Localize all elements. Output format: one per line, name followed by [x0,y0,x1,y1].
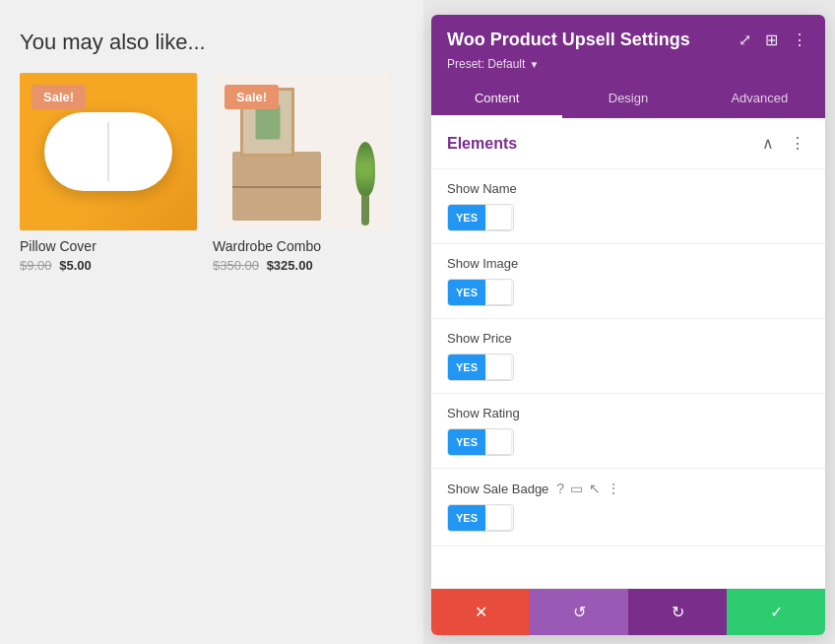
section-more-icon[interactable]: ⋮ [786,132,809,155]
toggle-label-row-price: Show Price [447,331,809,346]
toggle-label-row-image: Show Image [447,256,809,271]
more-icon[interactable]: ⋮ [607,481,620,496]
tab-advanced[interactable]: Advanced [694,81,825,118]
tab-content[interactable]: Content [431,81,562,118]
elements-section-label: Elements [447,135,517,153]
panel-title: Woo Product Upsell Settings [447,30,690,50]
product-area: You may also like... Sale! Pillow Cover … [0,0,423,644]
toggle-row-price: Show Price YES [431,319,825,394]
panel-preset[interactable]: Preset: Default ▼ [447,57,809,71]
expand-icon[interactable]: ⤢ [737,29,753,51]
toggle-label-row-name: Show Name [447,181,809,196]
product-image-wrap-pillow: Sale! [20,73,197,230]
toggle-label-rating: Show Rating [447,406,520,420]
preset-chevron-icon: ▼ [529,59,539,70]
elements-section-header: Elements ∧ ⋮ [431,118,825,169]
toggle-thumb-name [487,206,511,229]
panel-title-icons: ⤢ ⊞ ⋮ [737,29,809,51]
product-name-pillow: Pillow Cover [20,238,197,254]
toggle-row-image: Show Image YES [431,244,825,319]
product-price-pillow: $9.00 $5.00 [20,258,197,273]
toggle-label-price: Show Price [447,331,512,346]
toggle-label-row-rating: Show Rating [447,406,809,420]
cancel-button[interactable]: ✕ [431,589,530,635]
tab-design[interactable]: Design [562,81,693,118]
toggle-row-sale-badge: Show Sale Badge ? ▭ ↖ ⋮ YES [431,469,825,547]
toggle-icons-sale-badge: ? ▭ ↖ ⋮ [556,481,620,496]
settings-panel: Woo Product Upsell Settings ⤢ ⊞ ⋮ Preset… [431,15,825,635]
toggle-thumb-image [487,281,511,304]
toggle-row-rating: Show Rating YES [431,394,825,469]
collapse-section-icon[interactable]: ∧ [758,132,778,155]
toggle-yes-name: YES [448,205,485,230]
dresser [232,152,321,221]
sale-badge-wardrobe: Sale! [225,85,279,109]
panel-footer: ✕ ↺ ↻ ✓ [431,588,825,635]
toggle-label-image: Show Image [447,256,518,271]
toggle-thumb-sale-badge [487,506,511,530]
toggle-yes-image: YES [448,280,485,305]
product-price-wardrobe: $350.00 $325.00 [213,258,390,273]
product-image-wrap-wardrobe: Sale! [213,73,390,230]
toggle-yes-price: YES [448,354,485,380]
toggle-thumb-price [487,355,511,379]
toggle-yes-rating: YES [448,429,485,455]
cursor-icon[interactable]: ↖ [589,481,601,496]
sale-price-wardrobe: $325.00 [267,258,313,273]
section-title: You may also like... [20,30,404,55]
toggle-row-name: Show Name YES [431,169,825,244]
original-price-wardrobe: $350.00 [213,258,259,273]
toggle-label-name: Show Name [447,181,517,196]
redo-button[interactable]: ↻ [628,589,727,635]
sale-price-pillow: $5.00 [59,258,92,273]
toggle-label-row-sale-badge: Show Sale Badge ? ▭ ↖ ⋮ [447,481,809,496]
panel-header: Woo Product Upsell Settings ⤢ ⊞ ⋮ Preset… [431,15,825,81]
toggle-thumb-rating [487,430,511,454]
toggle-switch-sale-badge[interactable]: YES [447,504,514,532]
preset-label: Preset: Default [447,57,525,71]
toggle-yes-sale-badge: YES [448,505,485,531]
product-card-wardrobe: Sale! Wardrobe Combo $350.00 $325.00 [213,73,390,273]
toggle-label-sale-badge: Show Sale Badge [447,482,548,496]
panel-body: Elements ∧ ⋮ Show Name YES Show Image YE… [431,118,825,588]
pillow-shape [44,112,172,191]
original-price-pillow: $9.00 [20,258,52,273]
columns-icon[interactable]: ⊞ [763,29,780,51]
section-header-icons: ∧ ⋮ [758,132,809,155]
products-grid: Sale! Pillow Cover $9.00 $5.00 Sale! [20,73,404,273]
toggle-switch-price[interactable]: YES [447,354,514,381]
product-card-pillow: Sale! Pillow Cover $9.00 $5.00 [20,73,197,273]
plant-tall [355,137,375,225]
product-name-wardrobe: Wardrobe Combo [213,238,390,254]
toggle-switch-image[interactable]: YES [447,279,514,306]
panel-title-row: Woo Product Upsell Settings ⤢ ⊞ ⋮ [447,29,809,51]
device-icon[interactable]: ▭ [570,481,583,496]
panel-tabs: Content Design Advanced [431,81,825,118]
toggle-switch-name[interactable]: YES [447,204,514,231]
sale-badge-pillow: Sale! [32,85,86,109]
more-options-icon[interactable]: ⋮ [790,29,809,51]
undo-button[interactable]: ↺ [530,589,628,635]
save-button[interactable]: ✓ [727,589,825,635]
toggle-switch-rating[interactable]: YES [447,428,514,456]
help-icon[interactable]: ? [556,481,564,496]
